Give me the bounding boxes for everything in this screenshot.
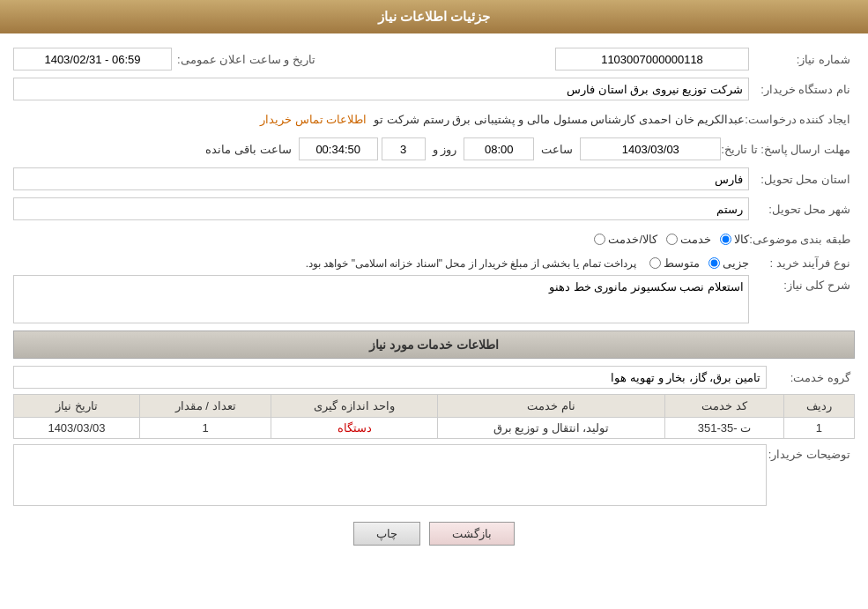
th-service-name: نام خدمت <box>437 395 664 418</box>
table-header-row: ردیف کد خدمت نام خدمت واحد اندازه گیری ت… <box>14 395 855 418</box>
province-label: استان محل تحویل: <box>749 173 855 186</box>
purchase-type-part-radio[interactable] <box>708 257 720 269</box>
td-row-num: 1 <box>783 418 854 439</box>
response-deadline-label: مهلت ارسال پاسخ: تا تاریخ: <box>721 143 855 156</box>
province-row: استان محل تحویل: <box>13 167 855 191</box>
remaining-label: ساعت باقی مانده <box>205 143 291 156</box>
city-label: شهر محل تحویل: <box>749 203 855 216</box>
days-input[interactable] <box>382 137 426 160</box>
time-label: ساعت <box>541 143 573 156</box>
th-date: تاریخ نیاز <box>14 395 140 418</box>
category-goods-service-label: کالا/خدمت <box>608 233 657 246</box>
description-label: شرح کلی نیاز: <box>749 275 855 292</box>
service-group-input[interactable] <box>13 366 767 389</box>
creator-label: ایجاد کننده درخواست: <box>745 113 855 126</box>
purchase-type-info: پرداخت تمام یا بخشی از مبلغ خریدار از مح… <box>13 257 636 270</box>
td-quantity: 1 <box>139 418 271 439</box>
category-service-radio[interactable] <box>666 234 678 245</box>
buyer-org-input[interactable] <box>13 78 749 100</box>
city-input[interactable] <box>13 197 749 220</box>
category-label: طبقه بندی موضوعی: <box>749 233 855 246</box>
td-date: 1403/03/03 <box>14 418 140 439</box>
services-section-header: اطلاعات خدمات مورد نیاز <box>13 330 855 359</box>
request-number-label: شماره نیاز: <box>749 53 855 66</box>
category-service-option[interactable]: خدمت <box>666 233 711 246</box>
description-row: شرح کلی نیاز: <span data-bind="fields.de… <box>13 275 855 323</box>
td-unit: دستگاه <box>271 418 437 439</box>
request-number-input[interactable] <box>555 48 749 71</box>
category-goods-radio[interactable] <box>720 234 731 245</box>
purchase-type-row: نوع فرآیند خرید : متوسط جزیی پرداخت تمام… <box>13 256 855 270</box>
request-number-row: شماره نیاز: تاریخ و ساعت اعلان عمومی: <box>13 47 855 71</box>
back-button[interactable]: بازگشت <box>429 522 515 546</box>
category-service-label: خدمت <box>680 233 711 246</box>
buyer-notes-label: توضیحات خریدار: <box>767 444 855 461</box>
th-row-num: ردیف <box>783 395 854 418</box>
purchase-type-radio-group: متوسط جزیی <box>649 256 749 270</box>
description-textarea[interactable]: <span data-bind="fields.description_valu… <box>13 275 749 323</box>
category-radio-group: کالا/خدمت خدمت کالا <box>594 233 749 246</box>
days-label: روز و <box>433 143 457 156</box>
service-group-label: گروه خدمت: <box>767 371 855 384</box>
category-goods-option[interactable]: کالا <box>720 233 749 246</box>
purchase-type-part-option[interactable]: جزیی <box>708 256 749 270</box>
purchase-type-mid-label: متوسط <box>664 256 700 270</box>
creator-contact-link[interactable]: اطلاعات تماس خریدار <box>260 113 367 126</box>
remaining-time-input[interactable] <box>299 137 378 160</box>
buyer-org-row: نام دستگاه خریدار: <box>13 77 855 101</box>
service-group-row: گروه خدمت: <box>13 366 855 389</box>
purchase-type-mid-option[interactable]: متوسط <box>649 256 700 270</box>
buttons-row: بازگشت چاپ <box>13 522 855 546</box>
purchase-type-label: نوع فرآیند خرید : <box>749 256 855 270</box>
print-button[interactable]: چاپ <box>353 522 420 546</box>
page-title: جزئیات اطلاعات نیاز <box>378 9 490 24</box>
buyer-notes-textarea[interactable] <box>13 444 767 506</box>
category-row: طبقه بندی موضوعی: کالا/خدمت خدمت کالا <box>13 227 855 251</box>
table-row: 1 ت -35-351 تولید، انتقال و توزیع برق دس… <box>14 418 855 439</box>
time-input[interactable] <box>464 137 534 160</box>
response-date-input[interactable] <box>580 137 721 160</box>
td-service-code: ت -35-351 <box>665 418 784 439</box>
category-goods-service-radio[interactable] <box>594 234 605 245</box>
buyer-notes-row: توضیحات خریدار: <box>13 444 855 509</box>
province-input[interactable] <box>13 167 749 190</box>
creator-row: ایجاد کننده درخواست: عبدالکریم خان احمدی… <box>13 107 855 131</box>
th-service-code: کد خدمت <box>665 395 784 418</box>
page-header: جزئیات اطلاعات نیاز <box>0 0 868 33</box>
td-service-name: تولید، انتقال و توزیع برق <box>437 418 664 439</box>
category-goods-label: کالا <box>734 233 749 246</box>
city-row: شهر محل تحویل: <box>13 197 855 221</box>
announcement-datetime-input[interactable] <box>13 48 172 71</box>
services-table: ردیف کد خدمت نام خدمت واحد اندازه گیری ت… <box>13 394 855 439</box>
creator-value: عبدالکریم خان احمدی کارشناس مسئول مالی و… <box>374 113 745 126</box>
th-quantity: تعداد / مقدار <box>139 395 271 418</box>
purchase-type-part-label: جزیی <box>723 256 749 270</box>
category-goods-service-option[interactable]: کالا/خدمت <box>594 233 657 246</box>
announcement-datetime-label: تاریخ و ساعت اعلان عمومی: <box>177 53 320 66</box>
buyer-org-label: نام دستگاه خریدار: <box>749 83 855 96</box>
purchase-type-mid-radio[interactable] <box>649 257 661 269</box>
th-unit: واحد اندازه گیری <box>271 395 437 418</box>
response-deadline-row: مهلت ارسال پاسخ: تا تاریخ: ساعت روز و سا… <box>13 137 855 161</box>
